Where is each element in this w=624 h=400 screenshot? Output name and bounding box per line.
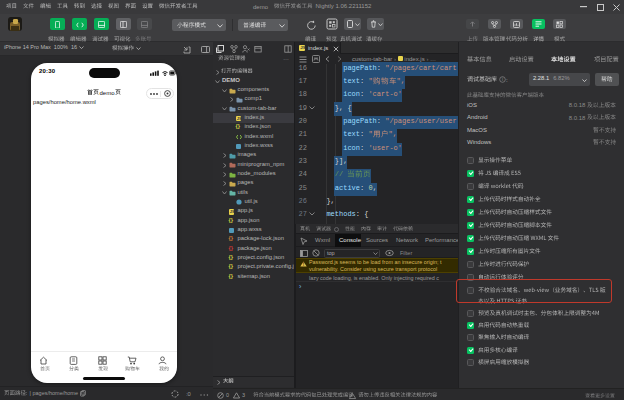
svg-text:i: i	[502, 78, 503, 83]
